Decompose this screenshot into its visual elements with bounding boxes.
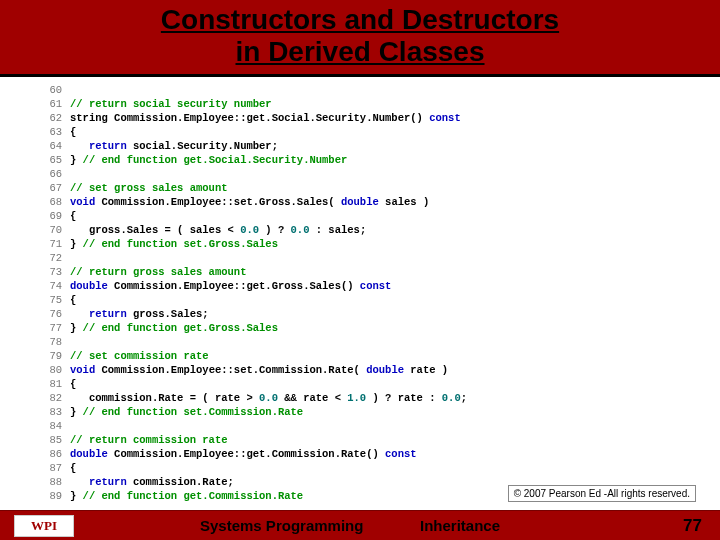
line-number: 81 (40, 377, 62, 391)
line-content: } // end function set.Gross.Sales (70, 237, 278, 251)
code-line: 78 (40, 335, 720, 349)
line-number: 79 (40, 349, 62, 363)
line-number: 83 (40, 405, 62, 419)
line-number: 87 (40, 461, 62, 475)
line-content: // set commission rate (70, 349, 209, 363)
line-content: return gross.Sales; (70, 307, 209, 321)
code-line: 81{ (40, 377, 720, 391)
slide-header: Constructors and Destructors in Derived … (0, 0, 720, 77)
line-number: 88 (40, 475, 62, 489)
code-line: 70 gross.Sales = ( sales < 0.0 ) ? 0.0 :… (40, 223, 720, 237)
line-content: } // end function get.Social.Security.Nu… (70, 153, 347, 167)
line-number: 69 (40, 209, 62, 223)
code-line: 73// return gross sales amount (40, 265, 720, 279)
code-line: 62string Commission.Employee::get.Social… (40, 111, 720, 125)
line-content: { (70, 461, 76, 475)
line-number: 84 (40, 419, 62, 433)
line-number: 61 (40, 97, 62, 111)
line-content: { (70, 125, 76, 139)
line-content: gross.Sales = ( sales < 0.0 ) ? 0.0 : sa… (70, 223, 366, 237)
code-line: 68void Commission.Employee::set.Gross.Sa… (40, 195, 720, 209)
code-line: 65} // end function get.Social.Security.… (40, 153, 720, 167)
line-number: 74 (40, 279, 62, 293)
code-line: 76 return gross.Sales; (40, 307, 720, 321)
line-number: 62 (40, 111, 62, 125)
code-line: 71} // end function set.Gross.Sales (40, 237, 720, 251)
code-line: 72 (40, 251, 720, 265)
code-line: 75{ (40, 293, 720, 307)
code-line: 86double Commission.Employee::get.Commis… (40, 447, 720, 461)
code-line: 80void Commission.Employee::set.Commissi… (40, 363, 720, 377)
line-content: } // end function get.Gross.Sales (70, 321, 278, 335)
line-number: 82 (40, 391, 62, 405)
code-line: 83} // end function set.Commission.Rate (40, 405, 720, 419)
code-line: 85// return commission rate (40, 433, 720, 447)
line-content: { (70, 209, 76, 223)
line-number: 85 (40, 433, 62, 447)
line-content: // return gross sales amount (70, 265, 246, 279)
copyright-notice: © 2007 Pearson Ed -All rights reserved. (508, 485, 696, 502)
line-content: return commission.Rate; (70, 475, 234, 489)
line-number: 66 (40, 167, 62, 181)
footer-topic: Inheritance (420, 517, 500, 534)
code-line: 77} // end function get.Gross.Sales (40, 321, 720, 335)
code-line: 61// return social security number (40, 97, 720, 111)
code-line: 82 commission.Rate = ( rate > 0.0 && rat… (40, 391, 720, 405)
line-content: } // end function get.Commission.Rate (70, 489, 303, 503)
line-number: 63 (40, 125, 62, 139)
line-number: 71 (40, 237, 62, 251)
line-number: 60 (40, 83, 62, 97)
code-line: 87{ (40, 461, 720, 475)
line-number: 73 (40, 265, 62, 279)
code-line: 60 (40, 83, 720, 97)
line-number: 72 (40, 251, 62, 265)
line-number: 77 (40, 321, 62, 335)
line-content: // return commission rate (70, 433, 228, 447)
line-number: 86 (40, 447, 62, 461)
line-number: 64 (40, 139, 62, 153)
line-content: commission.Rate = ( rate > 0.0 && rate <… (70, 391, 467, 405)
line-number: 68 (40, 195, 62, 209)
line-number: 67 (40, 181, 62, 195)
code-line: 67// set gross sales amount (40, 181, 720, 195)
footer-page: 77 (683, 516, 702, 536)
line-number: 65 (40, 153, 62, 167)
line-number: 76 (40, 307, 62, 321)
line-number: 78 (40, 335, 62, 349)
line-content: string Commission.Employee::get.Social.S… (70, 111, 461, 125)
line-content: void Commission.Employee::set.Gross.Sale… (70, 195, 429, 209)
code-line: 74double Commission.Employee::get.Gross.… (40, 279, 720, 293)
code-line: 79// set commission rate (40, 349, 720, 363)
line-number: 80 (40, 363, 62, 377)
line-content: void Commission.Employee::set.Commission… (70, 363, 448, 377)
code-line: 64 return social.Security.Number; (40, 139, 720, 153)
slide-title: Constructors and Destructors in Derived … (0, 4, 720, 68)
line-number: 75 (40, 293, 62, 307)
code-listing: 6061// return social security number62st… (0, 77, 720, 503)
line-content: // set gross sales amount (70, 181, 228, 195)
title-line1: Constructors and Destructors (161, 4, 559, 35)
line-content: double Commission.Employee::get.Commissi… (70, 447, 417, 461)
code-line: 84 (40, 419, 720, 433)
line-content: double Commission.Employee::get.Gross.Sa… (70, 279, 391, 293)
title-line2: in Derived Classes (235, 36, 484, 67)
line-number: 70 (40, 223, 62, 237)
footer-course: Systems Programming (200, 517, 363, 534)
line-number: 89 (40, 489, 62, 503)
slide-footer: WPI Systems Programming Inheritance 77 (0, 510, 720, 540)
code-line: 66 (40, 167, 720, 181)
code-line: 69{ (40, 209, 720, 223)
line-content: } // end function set.Commission.Rate (70, 405, 303, 419)
line-content: { (70, 377, 76, 391)
wpi-logo: WPI (14, 515, 74, 537)
line-content: return social.Security.Number; (70, 139, 278, 153)
line-content: // return social security number (70, 97, 272, 111)
code-line: 63{ (40, 125, 720, 139)
line-content: { (70, 293, 76, 307)
